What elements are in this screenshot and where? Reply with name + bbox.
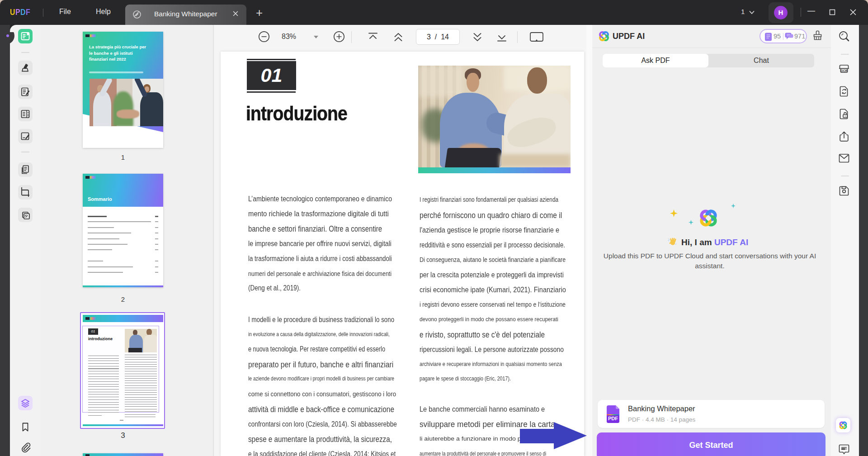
svg-text:OCR: OCR [841,69,848,72]
svg-text:PDF: PDF [608,416,618,421]
